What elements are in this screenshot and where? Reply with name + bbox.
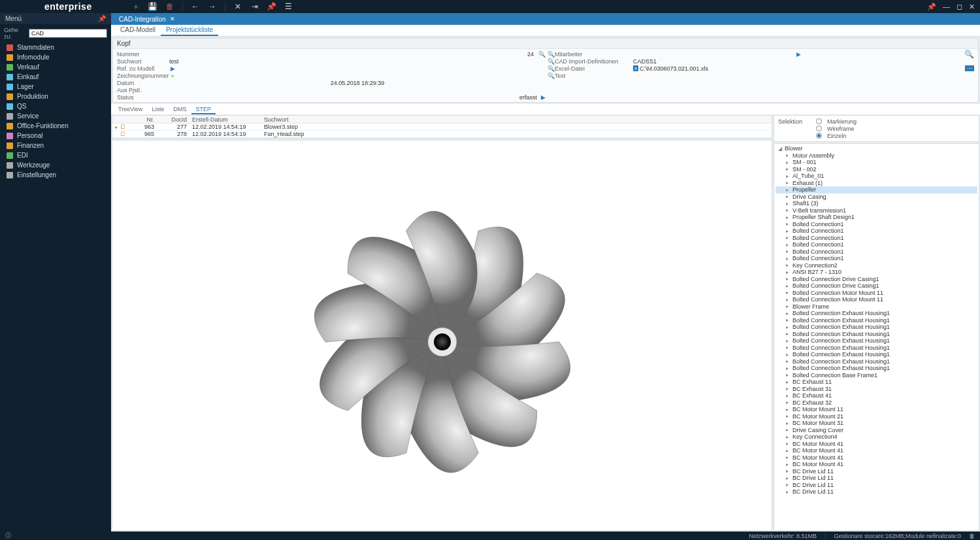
tree-item[interactable]: ▸BC Drive Lid 11 [776, 475, 977, 482]
radio-markierung[interactable] [816, 118, 822, 124]
subtab-cad-modell[interactable]: CAD-Modell [115, 25, 161, 36]
pin-window-icon[interactable]: 📌 [927, 3, 936, 11]
caret-right-icon[interactable]: ▸ [786, 345, 791, 350]
tree-item[interactable]: ▸Bolted Connection Exhaust Housing1 [776, 345, 977, 352]
caret-right-icon[interactable]: ▸ [786, 152, 791, 158]
caret-right-icon[interactable]: ▸ [786, 407, 791, 413]
caret-right-icon[interactable]: ▸ [786, 420, 791, 426]
sidebar-item-finanzen[interactable]: Finanzen [0, 141, 111, 150]
sidebar-item-service[interactable]: Service [0, 111, 111, 121]
big-search-icon[interactable]: 🔍 [964, 50, 974, 59]
search-icon[interactable]: 🔍 [547, 65, 555, 72]
search-icon[interactable]: 🔍 [538, 51, 546, 58]
minimize-icon[interactable]: — [943, 3, 950, 11]
status-info-icon[interactable]: ⓘ [5, 532, 11, 540]
forward-icon[interactable]: → [208, 2, 217, 11]
caret-right-icon[interactable]: ▸ [786, 283, 791, 289]
caret-right-icon[interactable]: ▸ [786, 311, 791, 316]
tree-item[interactable]: ▸BC Exhaust 32 [776, 399, 977, 407]
tree-item[interactable]: ▸Bolted Connection Drive Casing1 [776, 282, 977, 290]
inner-tab-step[interactable]: STEP [191, 105, 216, 114]
sidebar-search-input[interactable] [29, 29, 107, 38]
tools-icon[interactable]: ✕ [233, 2, 242, 11]
tree-item[interactable]: ▸BC Motor Mount 41 [776, 441, 977, 448]
caret-right-icon[interactable]: ▸ [786, 413, 791, 419]
tree-item[interactable]: ▸SM - 001 [776, 159, 977, 166]
value-caddef[interactable]: CADSS1 [633, 58, 657, 65]
tree-item[interactable]: ▸Bolted Connection Exhaust Housing1 [776, 351, 977, 358]
3d-viewer[interactable] [112, 140, 772, 531]
caret-right-icon[interactable]: ▸ [786, 352, 791, 358]
list-icon[interactable]: ☰ [284, 2, 293, 11]
tree-item[interactable]: ▸BC Motor Mount 31 [776, 420, 977, 427]
tree-item[interactable]: ▸Propeller Shaft Design1 [776, 214, 977, 221]
tree-item[interactable]: ▸BC Exhaust 41 [776, 392, 977, 399]
caret-right-icon[interactable]: ▸ [786, 180, 791, 186]
tree-item[interactable]: ▸Blower Frame [776, 303, 977, 311]
tree-item[interactable]: ▸Bolted Connection Exhaust Housing1 [776, 310, 977, 317]
caret-right-icon[interactable]: ▸ [786, 358, 791, 364]
status-play-icon[interactable]: ▶ [541, 94, 546, 101]
caret-right-icon[interactable]: ▸ [786, 324, 791, 330]
sidebar-item-einstellungen[interactable]: Einstellungen [0, 170, 111, 180]
tree-item[interactable]: ▸BC Drive Lid 11 [776, 488, 977, 496]
sidebar-item-produktion[interactable]: Produktion [0, 92, 111, 101]
tree-item[interactable]: ▸Bolted Connection Exhaust Housing1 [776, 337, 977, 345]
tree-item[interactable]: ▸Bolted Connection1 [776, 235, 977, 242]
tree-item[interactable]: ▸Bolted Connection Exhaust Housing1 [776, 365, 977, 372]
tree-item[interactable]: ▸Bolted Connection Exhaust Housing1 [776, 317, 977, 324]
maximize-icon[interactable]: ◻ [956, 3, 962, 11]
search-icon[interactable]: 🔍 [547, 73, 555, 79]
inner-tab-treeview[interactable]: TreeView [114, 105, 148, 114]
radio-einzeln[interactable] [816, 133, 822, 139]
col-suchwort[interactable]: Suchwort [261, 116, 353, 123]
tree-item[interactable]: ▸Propeller [776, 186, 977, 194]
sidebar-pin-icon[interactable]: 📌 [98, 15, 106, 22]
sidebar-item-lager[interactable]: Lager [0, 82, 111, 92]
sidebar-item-stammdaten[interactable]: Stammdaten [0, 42, 111, 52]
table-row[interactable]: 🗋 965 278 12.02.2019 14:54:19 Fan_Head.s… [112, 131, 772, 138]
subtab-projektst-ckliste[interactable]: Projektstückliste [161, 25, 218, 36]
tree-item[interactable]: ▸Bolted Connection Motor Mount 11 [776, 296, 977, 303]
tree-item[interactable]: ▸BC Exhaust 11 [776, 379, 977, 386]
status-trash-icon[interactable]: 🗑 [969, 533, 975, 539]
mitarbeiter-play-icon[interactable]: ▶ [796, 51, 801, 58]
caret-right-icon[interactable]: ▸ [786, 475, 791, 481]
caret-right-icon[interactable]: ▸ [786, 173, 791, 179]
table-row[interactable]: ▸ 🗋 963 277 12.02.2019 14:54:19 Blower3.… [112, 124, 772, 131]
caret-right-icon[interactable]: ▸ [786, 160, 791, 165]
back-icon[interactable]: ← [191, 2, 200, 11]
search-icon[interactable]: 🔍 [547, 58, 555, 65]
caret-right-icon[interactable]: ▸ [786, 468, 791, 474]
close-icon[interactable]: ✕ [969, 3, 975, 11]
sidebar-item-qs[interactable]: QS [0, 101, 111, 111]
caret-right-icon[interactable]: ▸ [786, 489, 791, 495]
tree-item[interactable]: ▸Bolted Connection1 [776, 248, 977, 256]
tree-item[interactable]: ▸Bolted Connection1 [776, 241, 977, 248]
caret-right-icon[interactable]: ▸ [786, 448, 791, 454]
caret-right-icon[interactable]: ▸ [786, 441, 791, 447]
excel-browse-icon[interactable]: ⋯ [965, 65, 974, 71]
tree-item[interactable]: ▸Drive Casing [776, 194, 977, 201]
caret-right-icon[interactable]: ▸ [786, 201, 791, 207]
caret-right-icon[interactable]: ▸ [786, 248, 791, 254]
caret-right-icon[interactable]: ▸ [786, 372, 791, 378]
tree-item[interactable]: ▸Al_Tube_01 [776, 173, 977, 180]
caret-down-icon[interactable]: ◢ [778, 146, 783, 152]
inner-tab-dms[interactable]: DMS [169, 105, 191, 114]
tab-cad-integration[interactable]: CAD-Integration ✕ [115, 16, 179, 23]
save-icon[interactable]: 💾 [148, 2, 157, 11]
tree-item[interactable]: ▸Bolted Connection Exhaust Housing1 [776, 358, 977, 365]
tree-item[interactable]: ▸BC Exhaust 31 [776, 386, 977, 393]
caret-right-icon[interactable]: ▸ [786, 462, 791, 467]
new-icon[interactable]: ＋ [131, 2, 140, 11]
caret-right-icon[interactable]: ▸ [786, 214, 791, 220]
caret-right-icon[interactable]: ▸ [786, 290, 791, 295]
radio-wireframe[interactable] [816, 126, 822, 131]
caret-right-icon[interactable]: ▸ [786, 187, 791, 193]
tree-item[interactable]: ▸SM - 002 [776, 166, 977, 173]
tree-root[interactable]: ◢Blower [776, 145, 977, 152]
tree-item[interactable]: ▸Drive Casing Cover [776, 427, 977, 434]
tree-item[interactable]: ▸Bolted Connection Base Frame1 [776, 372, 977, 379]
tree-item[interactable]: ▸BC Drive Lid 11 [776, 482, 977, 489]
